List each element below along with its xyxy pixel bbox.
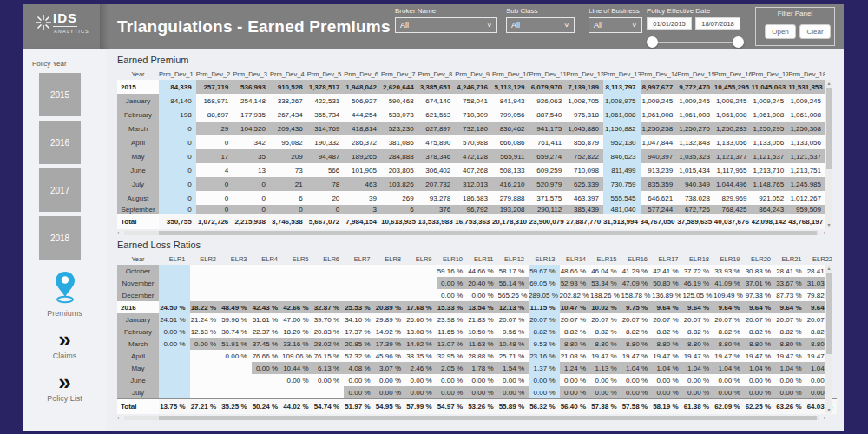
total-cell[interactable]: 55.89 % [498,399,529,414]
scrollbar-track[interactable] [124,416,819,420]
cell[interactable]: 2.05 % [437,362,468,374]
cell[interactable]: 0.00 % [220,350,252,362]
cell[interactable]: 22.37 % [252,326,283,338]
cell[interactable]: 1.78 % [467,362,498,374]
cell[interactable] [190,386,221,398]
cell[interactable]: 9.64 % [775,301,806,313]
cell[interactable]: 34.10 % [344,313,375,326]
total-cell[interactable]: 42,098,142 [752,214,789,229]
scroll-up-icon[interactable]: ▴ [825,80,832,87]
cell[interactable]: 21.83 % [467,313,498,326]
cell[interactable]: 1,213,710 [752,163,789,177]
total-cell[interactable]: 37,589,635 [677,214,714,229]
scrollbar-track[interactable] [124,231,819,235]
cell[interactable]: 0.00 % [467,374,498,386]
cell[interactable] [190,350,221,362]
cell[interactable]: 47.00 % [282,313,313,326]
policy-year-button-2016[interactable]: 2016 [39,121,81,164]
cell[interactable]: 0.00 % [437,374,468,386]
cell[interactable]: 4.08 % [344,362,375,374]
cell[interactable]: 8.82 % [652,326,683,338]
cell[interactable]: 28.41 % [775,265,806,277]
cell[interactable]: 940,397 [641,149,678,163]
cell[interactable]: 59.67 % [529,265,560,277]
total-cell[interactable]: 27,887,770 [566,214,603,229]
cell[interactable]: 1,121,537 [752,149,789,163]
cell[interactable]: 11.65 % [437,326,468,338]
row-label[interactable]: May [117,362,159,374]
column-header[interactable]: Prm_Dev_14 [641,69,678,80]
cell[interactable]: 23.16 % [529,350,560,362]
cell[interactable]: 8,997,677 [641,80,678,94]
cell[interactable]: 1,250,258 [641,122,678,135]
column-header[interactable]: ELR14 [560,253,591,265]
row-label[interactable]: December [117,289,159,301]
cell[interactable]: 9,772,470 [677,80,714,94]
cell[interactable]: 12.63 % [190,326,221,338]
row-label[interactable]: September [117,205,159,214]
cell[interactable]: 11,045,063 [752,80,789,94]
cell[interactable]: 59.16 % [437,265,468,277]
column-header[interactable]: ELR21 [775,253,806,265]
cell[interactable]: 565.26 % [498,289,529,301]
cell[interactable]: 6.13 % [313,362,345,374]
cell[interactable]: 136.89 % [652,289,683,301]
total-cell[interactable]: 44.02 % [282,399,313,414]
cell[interactable]: 1,009,245 [677,94,714,108]
cell[interactable]: 19.47 % [683,350,714,362]
column-header[interactable]: ELR20 [745,253,776,265]
cell[interactable]: 51.91 % [220,338,252,350]
column-header[interactable]: ELR22 [806,253,833,265]
vertical-scrollbar[interactable]: ▴▾ [825,80,832,228]
total-cell[interactable]: 58.19 % [652,399,683,414]
row-label[interactable]: January [117,94,159,108]
cell[interactable] [405,289,437,301]
cell[interactable]: 1,250,270 [677,122,714,135]
column-header[interactable]: Prm_Dev_8 [418,69,456,80]
cell[interactable] [190,289,221,301]
cell[interactable]: 0.00 % [252,362,283,374]
cell[interactable]: 20.83 % [313,326,345,338]
total-cell[interactable]: 27.21 % [190,399,221,414]
cell[interactable]: 97.38 % [745,289,776,301]
cell[interactable]: 0.00 % [190,338,221,350]
cell[interactable]: 921,052 [752,191,789,205]
cell[interactable]: 46.04 % [590,265,621,277]
cell[interactable]: 9.64 % [713,301,745,313]
cell[interactable]: 57.32 % [344,350,375,362]
slider-handle-left[interactable] [647,36,658,48]
cell[interactable]: 19.47 % [621,350,653,362]
cell[interactable]: 20.07 % [683,313,714,326]
cell[interactable]: 926,063 [529,94,567,108]
cell[interactable]: 0 [159,135,196,149]
cell[interactable]: 1,009,245 [788,94,825,108]
cell[interactable]: 1,061,008 [677,108,714,122]
column-header[interactable]: Prm_Dev_5 [307,69,345,80]
total-cell[interactable]: 53.26 % [467,399,498,414]
row-label[interactable]: January [117,313,159,326]
cell[interactable]: 0.00 % [775,374,806,386]
cell[interactable]: 0.00 % [560,374,591,386]
cell[interactable]: 21 [270,177,307,191]
column-header[interactable]: ELR16 [621,253,653,265]
cell[interactable]: 8,113,797 [603,80,641,94]
cell[interactable]: 29 [196,122,233,135]
cell[interactable]: 609,259 [529,163,567,177]
cell[interactable] [313,277,345,289]
cell[interactable]: 385,439 [566,205,603,214]
cell[interactable]: 1,045,880 [566,122,603,135]
column-header[interactable]: Prm_Dev_3 [233,69,270,80]
cell[interactable] [190,374,221,386]
row-label[interactable]: March [117,338,159,350]
cell[interactable]: 0.00 % [683,386,714,398]
cell[interactable]: 76.15 % [313,350,345,362]
nav-premiums[interactable]: Premiums [23,270,106,318]
total-cell[interactable]: 16,753,363 [455,214,492,229]
column-header-year[interactable]: Year [117,253,159,265]
total-cell[interactable]: 13,533,983 [418,214,456,229]
cell[interactable]: 520,979 [529,177,567,191]
cell[interactable]: 1,009,245 [641,94,678,108]
horizontal-scrollbar[interactable]: ‹› [117,414,825,421]
cell[interactable]: 0.00 % [467,289,498,301]
cell[interactable]: 39 [344,191,381,205]
